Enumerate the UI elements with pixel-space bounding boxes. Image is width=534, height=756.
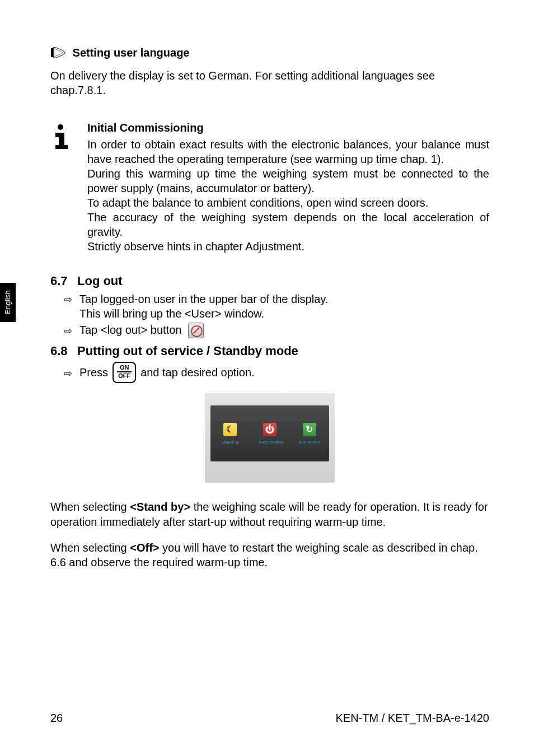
svg-point-1 (58, 124, 63, 130)
info-p1: In order to obtain exact results with th… (87, 137, 489, 166)
para2-bold: <Off> (130, 542, 159, 554)
svg-rect-4 (55, 145, 68, 149)
info-p3: To adapt the balance to ambient conditio… (87, 195, 489, 210)
section-6-7-num: 6.7 (50, 274, 77, 288)
para1-pre: When selecting (50, 501, 130, 513)
svg-rect-0 (51, 48, 53, 57)
s68-press-post: and tap desired option. (140, 366, 255, 379)
para2-pre: When selecting (50, 542, 130, 554)
off-label: OFF (118, 372, 130, 379)
setting-language-body: On delivery the display is set to German… (50, 68, 489, 98)
section-6-8-num: 6.8 (50, 344, 77, 358)
standby-option: ☾ Stand by (219, 423, 241, 445)
info-block: Initial Commissioning In order to obtain… (50, 120, 489, 254)
bullet-arrow-icon: ⇨ (64, 323, 79, 338)
cancel-label: Abbrechen (298, 440, 321, 445)
info-icon (50, 124, 71, 150)
power-icon: ⏻ (263, 423, 277, 436)
off-paragraph: When selecting <Off> you will have to re… (50, 540, 489, 570)
info-p4: The accuracy of the weighing system depe… (87, 210, 489, 239)
info-p5: Strictly observe hints in chapter Adjust… (87, 239, 489, 254)
cancel-option: ↻ Abbrechen (298, 423, 321, 445)
setting-language-heading: Setting user language (50, 45, 489, 60)
pointer-icon (50, 46, 66, 59)
section-6-7-title: Log out (77, 274, 123, 288)
section-6-8-title: Putting out of service / Standby mode (77, 344, 298, 358)
bullet-arrow-icon: ⇨ (64, 366, 79, 380)
standby-dialog-screenshot: ☾ Stand by ⏻ Ausschalten ↻ Abbrechen (205, 393, 335, 483)
info-title: Initial Commissioning (87, 120, 489, 135)
off-label-btn: Ausschalten (259, 440, 281, 445)
page-number: 26 (50, 712, 63, 725)
standby-label: Stand by (219, 440, 241, 445)
on-label: ON (120, 364, 129, 371)
doc-id: KEN-TM / KET_TM-BA-e-1420 (335, 712, 489, 725)
s67-b1b: This will bring up the <User> window. (79, 307, 264, 320)
svg-rect-3 (59, 133, 64, 146)
s67-b2: Tap <log out> button (79, 324, 181, 336)
s67-b1a: Tap logged-on user in the upper bar of t… (79, 293, 328, 305)
section-6-8-heading: 6.8Putting out of service / Standby mode (50, 344, 489, 358)
standby-paragraph: When selecting <Stand by> the weighing s… (50, 500, 489, 529)
bullet-arrow-icon: ⇨ (64, 292, 79, 307)
s68-press-pre: Press (79, 366, 108, 379)
info-p2: During this warming up time the weighing… (87, 166, 489, 195)
logout-button-icon (188, 323, 204, 338)
cancel-icon: ↻ (303, 423, 316, 436)
standby-icon: ☾ (223, 423, 237, 436)
setting-language-title: Setting user language (73, 46, 190, 59)
on-off-button-icon: ON OFF (113, 362, 136, 383)
para1-bold: <Stand by> (130, 501, 190, 513)
off-option: ⏻ Ausschalten (259, 423, 281, 445)
language-tab: English (0, 283, 16, 322)
section-6-7-heading: 6.7Log out (50, 274, 489, 288)
